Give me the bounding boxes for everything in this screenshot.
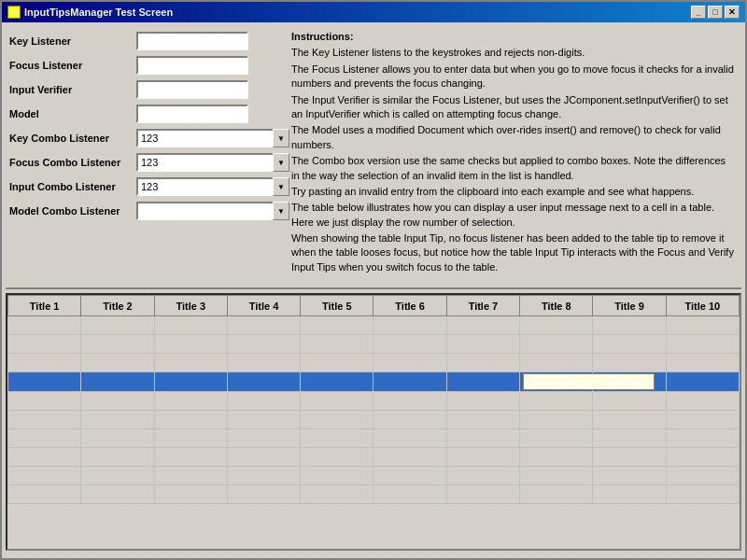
table-cell[interactable] — [301, 372, 374, 392]
table-cell[interactable] — [520, 485, 593, 504]
form-input-2[interactable] — [136, 80, 248, 99]
combo-input-6[interactable] — [136, 177, 273, 196]
table-cell[interactable] — [81, 372, 154, 392]
table-cell[interactable] — [520, 411, 593, 429]
table-row[interactable] — [8, 354, 740, 372]
table-cell[interactable] — [374, 411, 446, 429]
table-cell[interactable] — [227, 372, 300, 392]
table-cell[interactable] — [374, 392, 446, 411]
table-cell[interactable] — [593, 335, 666, 354]
table-cell[interactable] — [154, 448, 227, 467]
table-cell[interactable] — [154, 429, 227, 448]
table-cell[interactable] — [227, 392, 300, 411]
table-cell[interactable] — [154, 335, 227, 354]
table-cell[interactable] — [8, 448, 81, 467]
table-cell[interactable] — [666, 485, 739, 504]
table-cell[interactable] — [81, 392, 154, 411]
table-cell[interactable] — [374, 485, 446, 504]
table-cell[interactable] — [227, 429, 300, 448]
table-cell[interactable] — [593, 448, 666, 467]
table-cell[interactable] — [520, 429, 593, 448]
table-cell[interactable] — [446, 411, 519, 429]
table-cell[interactable] — [8, 354, 81, 372]
table-scroll[interactable]: Title 1Title 2Title 3Title 4Title 5Title… — [7, 295, 740, 549]
table-cell[interactable] — [374, 316, 446, 335]
combo-input-7[interactable] — [136, 202, 273, 220]
table-cell[interactable] — [446, 485, 519, 504]
close-button[interactable]: ✕ — [725, 6, 740, 19]
table-cell[interactable] — [520, 448, 593, 467]
table-cell[interactable] — [301, 467, 374, 485]
table-cell[interactable] — [446, 448, 519, 467]
table-cell[interactable] — [301, 335, 374, 354]
table-row[interactable] — [8, 429, 740, 448]
table-cell[interactable] — [8, 316, 81, 335]
table-cell[interactable] — [374, 372, 446, 392]
combo-input-5[interactable] — [136, 153, 273, 172]
table-cell[interactable] — [8, 392, 81, 411]
table-cell[interactable] — [8, 411, 81, 429]
table-cell[interactable] — [301, 354, 374, 372]
table-cell[interactable] — [227, 467, 300, 485]
table-cell[interactable] — [81, 316, 154, 335]
table-row[interactable] — [8, 316, 740, 335]
table-cell[interactable] — [446, 392, 519, 411]
table-cell[interactable] — [446, 429, 519, 448]
table-cell[interactable] — [666, 335, 739, 354]
table-cell[interactable] — [8, 485, 81, 504]
table-cell[interactable] — [81, 467, 154, 485]
table-cell[interactable] — [666, 467, 739, 485]
table-cell[interactable] — [8, 429, 81, 448]
table-cell[interactable] — [301, 316, 374, 335]
table-cell[interactable] — [593, 354, 666, 372]
table-cell[interactable] — [8, 335, 81, 354]
table-cell[interactable] — [593, 467, 666, 485]
table-cell[interactable] — [227, 448, 300, 467]
table-cell[interactable] — [446, 467, 519, 485]
table-cell[interactable] — [154, 485, 227, 504]
table-cell[interactable] — [666, 448, 739, 467]
table-cell[interactable] — [446, 354, 519, 372]
table-cell[interactable] — [593, 485, 666, 504]
table-row[interactable] — [8, 335, 740, 354]
table-cell[interactable] — [81, 485, 154, 504]
table-cell[interactable] — [81, 429, 154, 448]
table-cell[interactable] — [81, 411, 154, 429]
table-row[interactable] — [8, 392, 740, 411]
combo-input-4[interactable] — [136, 129, 273, 147]
table-cell[interactable] — [520, 467, 593, 485]
table-row[interactable] — [8, 411, 740, 429]
table-cell[interactable] — [446, 316, 519, 335]
table-cell[interactable] — [301, 392, 374, 411]
table-cell[interactable] — [446, 335, 519, 354]
table-row[interactable] — [8, 467, 740, 485]
table-row[interactable] — [8, 485, 740, 504]
table-cell[interactable] — [374, 467, 446, 485]
table-cell[interactable] — [301, 411, 374, 429]
table-row[interactable]: Row 4 has been selected. — [8, 372, 740, 392]
table-cell[interactable] — [154, 392, 227, 411]
table-cell[interactable] — [301, 429, 374, 448]
table-cell[interactable] — [374, 335, 446, 354]
maximize-button[interactable]: □ — [708, 6, 723, 19]
table-cell[interactable] — [374, 354, 446, 372]
table-cell[interactable] — [666, 316, 739, 335]
table-cell[interactable] — [593, 411, 666, 429]
table-cell[interactable]: Row 4 has been selected. — [520, 372, 593, 392]
table-cell[interactable] — [666, 372, 739, 392]
table-cell[interactable] — [227, 354, 300, 372]
table-cell[interactable] — [8, 467, 81, 485]
table-row[interactable] — [8, 448, 740, 467]
minimize-button[interactable]: _ — [691, 6, 706, 19]
table-cell[interactable] — [666, 411, 739, 429]
table-cell[interactable] — [666, 392, 739, 411]
table-cell[interactable] — [8, 372, 81, 392]
form-input-0[interactable] — [136, 32, 248, 50]
table-cell[interactable] — [520, 316, 593, 335]
table-cell[interactable] — [520, 392, 593, 411]
table-cell[interactable] — [154, 316, 227, 335]
table-cell[interactable] — [227, 485, 300, 504]
table-cell[interactable] — [81, 335, 154, 354]
table-cell[interactable] — [154, 354, 227, 372]
table-cell[interactable] — [154, 467, 227, 485]
